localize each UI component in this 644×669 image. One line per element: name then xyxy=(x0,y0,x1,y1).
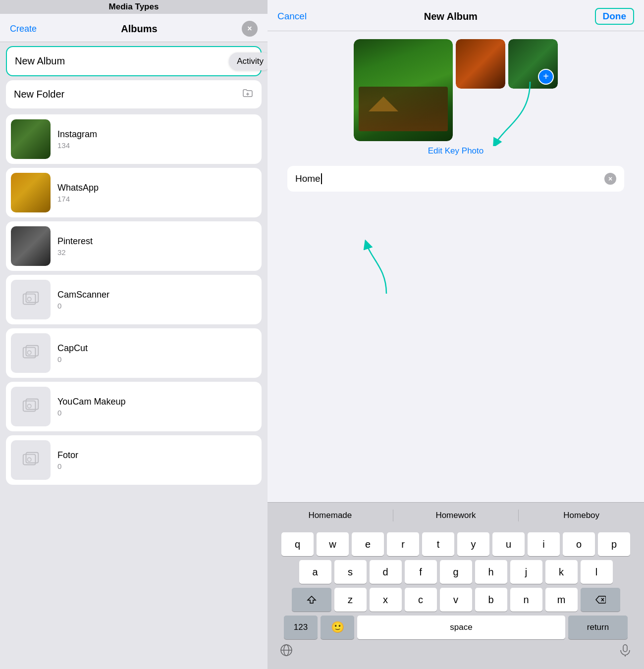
clear-icon: × xyxy=(608,175,612,183)
album-thumb-whatsapp xyxy=(11,173,51,212)
key-p[interactable]: p xyxy=(598,532,630,556)
key-u[interactable]: u xyxy=(492,532,525,556)
key-w[interactable]: w xyxy=(317,532,349,556)
text-cursor xyxy=(321,173,322,184)
photos-and-input: + Edit Key Ph xyxy=(268,31,644,192)
add-photo-button[interactable]: + xyxy=(538,69,554,85)
key-microphone[interactable] xyxy=(618,643,632,659)
keyboard-row-5 xyxy=(269,639,642,659)
key-z[interactable]: z xyxy=(334,588,367,612)
album-item-whatsapp[interactable]: WhatsApp 174 xyxy=(6,168,262,217)
key-d[interactable]: d xyxy=(370,560,402,584)
album-name-display: Home xyxy=(295,173,604,184)
create-button[interactable]: Create xyxy=(10,24,37,34)
edit-key-photo-button[interactable]: Edit Key Photo xyxy=(428,146,483,156)
left-panel: Media Types Create Albums × New Album Ac… xyxy=(0,0,268,669)
album-item-instagram[interactable]: Instagram 134 xyxy=(6,114,262,164)
album-name-capcut: CapCut xyxy=(57,343,88,354)
album-name-whatsapp: WhatsApp xyxy=(57,183,99,193)
album-item-capcut[interactable]: CapCut 0 xyxy=(6,328,262,378)
close-icon: × xyxy=(247,24,252,33)
new-album-row[interactable]: New Album xyxy=(6,46,262,76)
key-c[interactable]: c xyxy=(405,588,437,612)
svg-point-12 xyxy=(27,404,31,408)
album-item-youcam[interactable]: YouCam Makeup 0 xyxy=(6,382,262,431)
keyboard-row-4: 123 🙂 space return xyxy=(269,616,642,639)
key-return[interactable]: return xyxy=(568,616,628,639)
album-item-camscanner[interactable]: CamScanner 0 xyxy=(6,275,262,324)
photo-grid: + xyxy=(354,39,558,141)
album-name-fotor: Fotor xyxy=(57,450,78,461)
backspace-icon xyxy=(595,595,606,604)
key-globe[interactable] xyxy=(279,643,293,659)
photo-main xyxy=(354,39,453,141)
autocomplete-homemade[interactable]: Homemade xyxy=(268,511,393,520)
key-backspace[interactable] xyxy=(581,588,620,612)
albums-title: Albums xyxy=(121,23,157,35)
album-thumb-youcam xyxy=(11,387,51,426)
key-e[interactable]: e xyxy=(352,532,384,556)
close-button[interactable]: × xyxy=(242,21,258,37)
keyboard-row-1: q w e r t y u i o p xyxy=(269,532,642,556)
key-q[interactable]: q xyxy=(281,532,314,556)
key-h[interactable]: h xyxy=(475,560,507,584)
key-o[interactable]: o xyxy=(563,532,595,556)
autocomplete-homework[interactable]: Homework xyxy=(393,511,519,520)
album-thumb-camscanner xyxy=(11,280,51,319)
key-123[interactable]: 123 xyxy=(284,616,318,639)
new-album-header: Cancel New Album Done xyxy=(268,0,644,31)
album-count-pinterest: 32 xyxy=(57,248,93,257)
album-count-fotor: 0 xyxy=(57,462,78,470)
new-folder-row[interactable]: New Folder xyxy=(6,80,262,108)
new-folder-label: New Folder xyxy=(14,89,64,100)
shift-icon xyxy=(307,595,317,605)
space-label: space xyxy=(450,622,472,632)
key-s[interactable]: s xyxy=(334,560,367,584)
right-panel: Cancel New Album Done xyxy=(268,0,644,669)
key-b[interactable]: b xyxy=(475,588,507,612)
album-item-pinterest[interactable]: Pinterest 32 xyxy=(6,221,262,271)
key-a[interactable]: a xyxy=(299,560,331,584)
emoji-icon: 🙂 xyxy=(331,621,344,634)
autocomplete-homeboy[interactable]: Homeboy xyxy=(519,511,644,520)
key-g[interactable]: g xyxy=(440,560,472,584)
key-j[interactable]: j xyxy=(510,560,542,584)
key-t[interactable]: t xyxy=(422,532,454,556)
album-info-fotor: Fotor 0 xyxy=(57,450,78,470)
key-i[interactable]: i xyxy=(528,532,560,556)
autocomplete-bar: Homemade Homework Homeboy xyxy=(268,502,644,528)
key-shift[interactable] xyxy=(292,588,331,612)
album-name-input-container: Home × xyxy=(287,166,624,192)
key-m[interactable]: m xyxy=(545,588,578,612)
album-info-youcam: YouCam Makeup 0 xyxy=(57,397,125,417)
key-emoji[interactable]: 🙂 xyxy=(321,616,354,639)
activity-badge[interactable]: Activity xyxy=(229,52,268,70)
key-v[interactable]: v xyxy=(440,588,472,612)
album-thumb-capcut xyxy=(11,333,51,373)
album-count-youcam: 0 xyxy=(57,409,125,417)
album-item-fotor[interactable]: Fotor 0 xyxy=(6,435,262,485)
key-l[interactable]: l xyxy=(581,560,613,584)
album-name-pinterest: Pinterest xyxy=(57,236,93,247)
done-button[interactable]: Done xyxy=(595,8,635,25)
album-list: Instagram 134 WhatsApp 174 Pinterest 32 xyxy=(0,114,268,485)
globe-icon xyxy=(279,643,293,657)
activity-label: Activity xyxy=(237,56,264,66)
album-name-camscanner: CamScanner xyxy=(57,290,109,300)
svg-point-15 xyxy=(27,458,31,462)
key-x[interactable]: x xyxy=(370,588,402,612)
key-f[interactable]: f xyxy=(405,560,437,584)
keyboard-row-2: a s d f g h j k l xyxy=(269,560,642,584)
new-album-title: New Album xyxy=(424,11,478,22)
content-spacer xyxy=(268,192,644,502)
key-k[interactable]: k xyxy=(545,560,578,584)
cancel-button[interactable]: Cancel xyxy=(277,11,307,22)
svg-point-9 xyxy=(27,351,31,355)
key-n[interactable]: n xyxy=(510,588,542,612)
key-space[interactable]: space xyxy=(357,616,565,639)
key-y[interactable]: y xyxy=(457,532,489,556)
album-thumb-fotor xyxy=(11,440,51,480)
key-r[interactable]: r xyxy=(387,532,419,556)
album-info-whatsapp: WhatsApp 174 xyxy=(57,183,99,203)
clear-input-button[interactable]: × xyxy=(604,173,616,185)
